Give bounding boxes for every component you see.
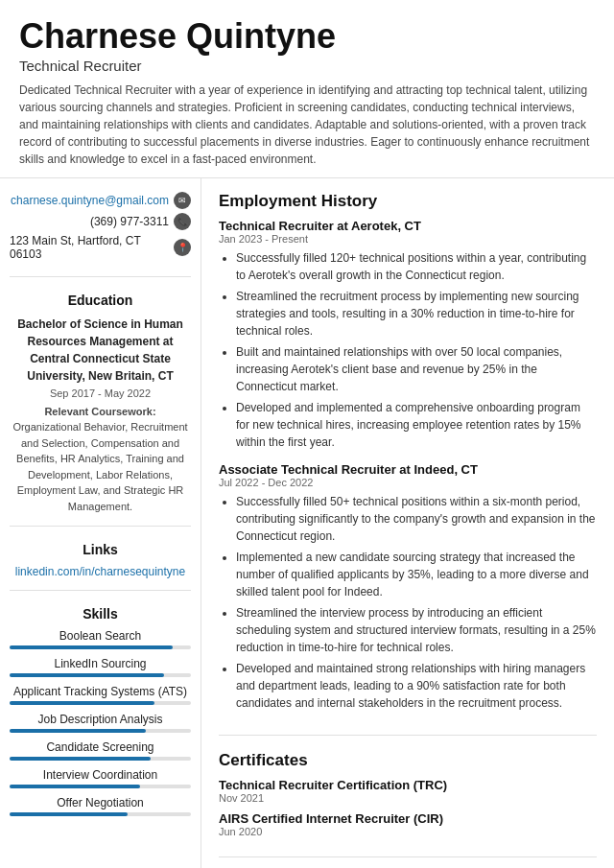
certs-list: Technical Recruiter Certification (TRC) … bbox=[219, 778, 597, 837]
skill-label: Offer Negotiation bbox=[10, 796, 191, 809]
job-date: Jul 2022 - Dec 2022 bbox=[219, 477, 597, 488]
skill-label: LinkedIn Sourcing bbox=[10, 657, 191, 670]
skill-bar-fill bbox=[10, 645, 173, 649]
candidate-name: Charnese Quintyne bbox=[19, 17, 595, 56]
body: charnese.quintyne@gmail.com ✉ (369) 977-… bbox=[0, 178, 614, 868]
skill-label: Boolean Search bbox=[10, 629, 191, 643]
skill-label: Candidate Screening bbox=[10, 740, 191, 754]
employment-heading: Employment History bbox=[219, 192, 597, 211]
education-dates: Sep 2017 - May 2022 bbox=[10, 387, 191, 399]
job-title: Associate Technical Recruiter at Indeed,… bbox=[219, 462, 597, 477]
education-degree: Bachelor of Science in Human Resources M… bbox=[10, 316, 191, 385]
job-bullet: Streamlined the recruitment process by i… bbox=[236, 288, 597, 340]
skill-bar-fill bbox=[10, 757, 151, 761]
email-link[interactable]: charnese.quintyne@gmail.com bbox=[11, 194, 169, 207]
job-bullet: Successfully filled 50+ technical positi… bbox=[236, 493, 597, 545]
skill-bar-fill bbox=[10, 701, 154, 705]
cert-name: Technical Recruiter Certification (TRC) bbox=[219, 778, 597, 792]
job-entry: Technical Recruiter at Aerotek, CT Jan 2… bbox=[219, 219, 597, 451]
address-text: 123 Main St, Hartford, CT 06103 bbox=[10, 234, 169, 261]
contact-section: charnese.quintyne@gmail.com ✉ (369) 977-… bbox=[10, 192, 191, 277]
skills-section: Skills Boolean Search LinkedIn Sourcing … bbox=[10, 606, 191, 835]
skill-item: Interview Coordination bbox=[10, 768, 191, 788]
skills-heading: Skills bbox=[10, 606, 191, 622]
candidate-title: Technical Recruiter bbox=[19, 58, 595, 74]
skill-bar-bg bbox=[10, 673, 191, 677]
certificates-heading: Certificates bbox=[219, 751, 597, 770]
job-bullet: Built and maintained relationships with … bbox=[236, 343, 597, 395]
job-bullet: Developed and maintained strong relation… bbox=[236, 660, 597, 712]
phone-text: (369) 977-3311 bbox=[90, 215, 169, 228]
job-date: Jan 2023 - Present bbox=[219, 233, 597, 245]
job-entry: Associate Technical Recruiter at Indeed,… bbox=[219, 462, 597, 712]
education-heading: Education bbox=[10, 293, 191, 308]
skill-bar-bg bbox=[10, 757, 191, 761]
job-bullet: Successfully filled 120+ technical posit… bbox=[236, 249, 597, 284]
skill-bar-fill bbox=[10, 729, 146, 733]
job-bullets: Successfully filled 50+ technical positi… bbox=[219, 493, 597, 712]
address-item: 123 Main St, Hartford, CT 06103 📍 bbox=[10, 234, 191, 261]
cert-date: Jun 2020 bbox=[219, 826, 597, 837]
linkedin-link[interactable]: linkedin.com/in/charnesequintyne bbox=[10, 565, 191, 578]
email-item: charnese.quintyne@gmail.com ✉ bbox=[10, 192, 191, 209]
skill-bar-bg bbox=[10, 812, 191, 816]
skill-bar-fill bbox=[10, 812, 128, 816]
skill-item: Boolean Search bbox=[10, 629, 191, 649]
cert-date: Nov 2021 bbox=[219, 792, 597, 804]
email-icon: ✉ bbox=[174, 192, 191, 209]
education-courses: Relevant Coursework: Organizational Beha… bbox=[10, 404, 191, 515]
sidebar: charnese.quintyne@gmail.com ✉ (369) 977-… bbox=[0, 178, 201, 868]
header-section: Charnese Quintyne Technical Recruiter De… bbox=[0, 0, 614, 178]
skill-label: Interview Coordination bbox=[10, 768, 191, 782]
employment-section: Employment History Technical Recruiter a… bbox=[219, 192, 597, 736]
skill-label: Applicant Tracking Systems (ATS) bbox=[10, 685, 191, 698]
skill-item: Applicant Tracking Systems (ATS) bbox=[10, 685, 191, 705]
main-content: Employment History Technical Recruiter a… bbox=[201, 178, 614, 868]
skill-item: LinkedIn Sourcing bbox=[10, 657, 191, 677]
skills-list: Boolean Search LinkedIn Sourcing Applica… bbox=[10, 629, 191, 816]
coursework-label: Relevant Coursework: bbox=[44, 406, 155, 417]
skill-bar-fill bbox=[10, 785, 140, 788]
candidate-summary: Dedicated Technical Recruiter with a yea… bbox=[19, 82, 595, 168]
skill-label: Job Description Analysis bbox=[10, 713, 191, 726]
links-heading: Links bbox=[10, 542, 191, 557]
phone-icon: 📞 bbox=[174, 213, 191, 230]
skill-bar-bg bbox=[10, 785, 191, 788]
education-section: Education Bachelor of Science in Human R… bbox=[10, 293, 191, 528]
cert-entry: AIRS Certified Internet Recruiter (CIR) … bbox=[219, 811, 597, 837]
skill-bar-fill bbox=[10, 673, 164, 677]
cert-name: AIRS Certified Internet Recruiter (CIR) bbox=[219, 811, 597, 826]
page: Charnese Quintyne Technical Recruiter De… bbox=[0, 0, 614, 868]
cert-entry: Technical Recruiter Certification (TRC) … bbox=[219, 778, 597, 804]
job-bullet: Developed and implemented a comprehensiv… bbox=[236, 399, 597, 451]
skill-bar-bg bbox=[10, 701, 191, 705]
skill-item: Candidate Screening bbox=[10, 740, 191, 761]
skill-item: Job Description Analysis bbox=[10, 713, 191, 733]
jobs-list: Technical Recruiter at Aerotek, CT Jan 2… bbox=[219, 219, 597, 712]
job-title: Technical Recruiter at Aerotek, CT bbox=[219, 219, 597, 233]
job-bullets: Successfully filled 120+ technical posit… bbox=[219, 249, 597, 451]
location-icon: 📍 bbox=[174, 239, 191, 256]
coursework-text: Organizational Behavior, Recruitment and… bbox=[12, 421, 187, 512]
job-bullet: Streamlined the interview process by int… bbox=[236, 604, 597, 656]
links-section: Links linkedin.com/in/charnesequintyne bbox=[10, 542, 191, 591]
job-bullet: Implemented a new candidate sourcing str… bbox=[236, 549, 597, 600]
phone-item: (369) 977-3311 📞 bbox=[10, 213, 191, 230]
skill-bar-bg bbox=[10, 645, 191, 649]
skill-bar-bg bbox=[10, 729, 191, 733]
certificates-section: Certificates Technical Recruiter Certifi… bbox=[219, 751, 597, 857]
skill-item: Offer Negotiation bbox=[10, 796, 191, 816]
